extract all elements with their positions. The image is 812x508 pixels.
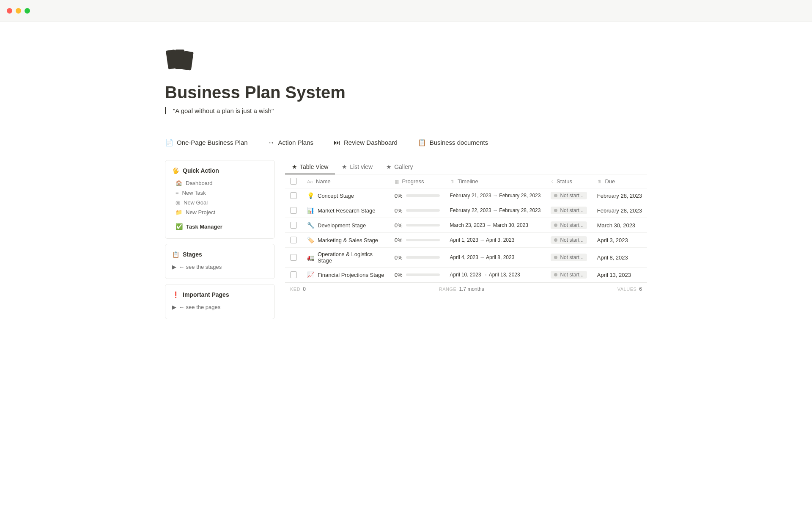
select-all-checkbox[interactable]: [290, 178, 297, 185]
progress-cell: 0%: [395, 222, 440, 229]
row-name-cell: 💡 Concept Stage: [302, 188, 390, 203]
sidebar-item-dashboard[interactable]: 🏠 Dashboard: [172, 178, 268, 188]
th-checkbox: [285, 174, 302, 188]
maximize-button[interactable]: [25, 8, 30, 14]
status-dot: [554, 256, 557, 259]
nav-review-dashboard[interactable]: ⏭ Review Dashboard: [334, 138, 398, 146]
progress-cell: 0%: [395, 237, 440, 243]
progress-label: 0%: [395, 272, 403, 278]
row-icon: 🔧: [307, 222, 314, 229]
quick-action-title: 🖐️ Quick Action: [172, 167, 268, 174]
table-row: 📊 Market Research Stage 0% February 22, …: [285, 203, 647, 218]
task-manager-item[interactable]: ✅ Task Manager: [172, 221, 268, 232]
quote-block: "A goal without a plan is just a wish": [165, 107, 647, 114]
row-name[interactable]: 📈 Financial Projections Stage: [307, 271, 384, 278]
row-status-cell: Not start...: [546, 188, 592, 203]
close-button[interactable]: [7, 8, 12, 14]
row-checkbox[interactable]: [290, 207, 297, 214]
row-name[interactable]: 🔧 Development Stage: [307, 222, 384, 229]
row-name[interactable]: 🚛 Operations & Logistics Stage: [307, 251, 384, 264]
table-footer: KED 0 RANGE 1.7 months VALUES 6: [285, 282, 647, 295]
status-badge: Not start...: [551, 207, 587, 214]
stages-icon: 📋: [172, 251, 179, 258]
table-row: 📈 Financial Projections Stage 0% April 1…: [285, 268, 647, 282]
row-due-cell: March 30, 2023: [592, 218, 647, 233]
arrows-icon: ↔️: [268, 139, 275, 146]
nav-one-page-business-plan[interactable]: 📄 One-Page Business Plan: [165, 138, 248, 146]
row-timeline-cell: April 1, 2023 → April 3, 2023: [445, 233, 546, 248]
progress-cell: 0%: [395, 207, 440, 214]
row-status-cell: Not start...: [546, 218, 592, 233]
document-icon: 📄: [165, 138, 173, 146]
row-name-cell: 🚛 Operations & Logistics Stage: [302, 248, 390, 268]
row-name[interactable]: 💡 Concept Stage: [307, 192, 384, 199]
th-name: Aa Name: [302, 174, 390, 188]
home-icon: 🏠: [176, 180, 182, 186]
nav-business-documents[interactable]: 📋 Business documents: [418, 138, 488, 146]
row-name-text: Concept Stage: [318, 193, 354, 199]
stages-expandable[interactable]: ▶ ← see the stages: [172, 262, 268, 272]
row-icon: 📊: [307, 207, 314, 214]
due-text: April 13, 2023: [597, 272, 631, 278]
row-timeline-cell: February 21, 2023 → February 28, 2023: [445, 188, 546, 203]
table-row: 💡 Concept Stage 0% February 21, 2023 → F…: [285, 188, 647, 203]
row-due-cell: April 3, 2023: [592, 233, 647, 248]
tab-list-view[interactable]: ★ List view: [335, 160, 379, 174]
row-progress-cell: 0%: [390, 233, 445, 248]
progress-label: 0%: [395, 193, 403, 199]
progress-cell: 0%: [395, 272, 440, 278]
progress-bar-bg: [406, 224, 440, 226]
due-text: April 3, 2023: [597, 237, 628, 243]
sidebar-item-new-goal[interactable]: ◎ New Goal: [172, 198, 268, 207]
row-checkbox[interactable]: [290, 237, 297, 243]
row-icon: 🚛: [307, 254, 314, 261]
table-row: 🚛 Operations & Logistics Stage 0% April …: [285, 248, 647, 268]
progress-icon: ▦: [395, 179, 399, 184]
view-tabs: ★ Table View ★ List view ★ Gallery: [285, 160, 647, 174]
quick-action-card: 🖐️ Quick Action 🏠 Dashboard ≡ New Task ◎…: [165, 160, 275, 239]
row-checkbox[interactable]: [290, 271, 297, 278]
arrow-icon: →: [486, 222, 491, 228]
quick-action-icon: 🖐️: [172, 167, 179, 174]
progress-cell: 0%: [395, 193, 440, 199]
skip-icon: ⏭: [334, 139, 340, 146]
row-status-cell: Not start...: [546, 233, 592, 248]
row-name-text: Marketing & Sales Stage: [318, 237, 378, 243]
row-checkbox[interactable]: [290, 192, 297, 199]
row-status-cell: Not start...: [546, 203, 592, 218]
important-pages-card: ❗ Important Pages ▶ ← see the pages: [165, 284, 275, 319]
logo-icon: [165, 47, 195, 73]
aa-icon: Aa: [307, 179, 313, 184]
timeline-text: February 22, 2023 → February 28, 2023: [450, 207, 541, 213]
sidebar-item-new-task[interactable]: ≡ New Task: [172, 188, 268, 198]
timeline-text: April 4, 2023 → April 8, 2023: [450, 254, 541, 260]
arrow-icon: →: [483, 272, 488, 278]
clipboard-icon: 📋: [418, 138, 426, 146]
row-checkbox[interactable]: [290, 222, 297, 229]
titlebar: [0, 0, 812, 22]
row-checkbox-cell: [285, 248, 302, 268]
tab-gallery[interactable]: ★ Gallery: [379, 160, 420, 174]
row-timeline-cell: February 22, 2023 → February 28, 2023: [445, 203, 546, 218]
tab-table-view[interactable]: ★ Table View: [285, 160, 335, 174]
th-status: ⁖ Status: [546, 174, 592, 188]
row-progress-cell: 0%: [390, 218, 445, 233]
sidebar-item-new-project[interactable]: 📁 New Project: [172, 207, 268, 217]
row-icon: 📈: [307, 271, 314, 278]
timeline-text: April 1, 2023 → April 3, 2023: [450, 237, 541, 243]
row-name[interactable]: 📊 Market Research Stage: [307, 207, 384, 214]
row-checkbox[interactable]: [290, 254, 297, 261]
important-pages-expandable[interactable]: ▶ ← see the pages: [172, 302, 268, 312]
timeline-text: April 10, 2023 → April 13, 2023: [450, 272, 541, 278]
main-area: ★ Table View ★ List view ★ Gallery: [285, 160, 647, 295]
th-progress: ▦ Progress: [390, 174, 445, 188]
page-title: Business Plan System: [165, 83, 647, 102]
row-name-cell: 📊 Market Research Stage: [302, 203, 390, 218]
nav-action-plans[interactable]: ↔️ Action Plans: [268, 138, 313, 146]
progress-bar-bg: [406, 194, 440, 197]
minimize-button[interactable]: [16, 8, 21, 14]
row-progress-cell: 0%: [390, 203, 445, 218]
due-text: February 28, 2023: [597, 207, 642, 214]
row-name[interactable]: 🏷️ Marketing & Sales Stage: [307, 237, 384, 243]
status-dot: [554, 238, 557, 242]
